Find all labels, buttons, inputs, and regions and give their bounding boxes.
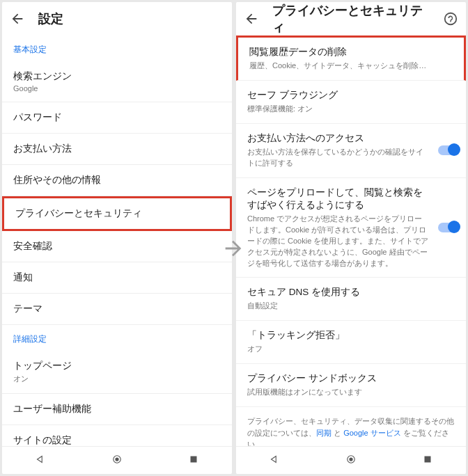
setting-addresses[interactable]: 住所やその他の情報 — [2, 165, 232, 196]
help-icon[interactable] — [442, 10, 459, 27]
preload-pages[interactable]: ページをプリロードして、閲覧と検索をすばやく行えるようにする Chrome でア… — [236, 178, 466, 278]
clear-browsing-data[interactable]: 閲覧履歴データの削除 履歴、Cookie、サイトデータ、キャッシュを削除… — [236, 35, 466, 81]
toggle-switch[interactable] — [438, 223, 459, 232]
back-icon[interactable] — [243, 10, 260, 27]
arrow-icon — [221, 237, 245, 263]
svg-rect-5 — [425, 456, 431, 462]
setting-safety-check[interactable]: 安全確認 — [2, 231, 232, 262]
system-nav — [236, 446, 466, 474]
secure-dns[interactable]: セキュア DNS を使用する 自動設定 — [236, 278, 466, 321]
setting-homepage[interactable]: トップページ オン — [2, 351, 232, 394]
safe-browsing[interactable]: セーフ ブラウジング 標準保護機能: オン — [236, 81, 466, 124]
privacy-screen: プライバシーとセキュリティ 閲覧履歴データの削除 履歴、Cookie、サイトデー… — [236, 2, 466, 474]
svg-point-1 — [115, 457, 118, 461]
settings-screen: 設定 基本設定 検索エンジン Google パスワード お支払い方法 住所やその… — [2, 2, 232, 474]
setting-passwords[interactable]: パスワード — [2, 102, 232, 134]
back-icon[interactable] — [9, 10, 26, 27]
privacy-sandbox[interactable]: プライバシー サンドボックス 試用版機能はオンになっています — [236, 364, 466, 407]
system-nav — [2, 446, 232, 474]
nav-home-icon[interactable] — [345, 453, 357, 468]
setting-privacy-security[interactable]: プライバシーとセキュリティ — [2, 196, 232, 231]
setting-accessibility[interactable]: ユーザー補助機能 — [2, 394, 232, 425]
nav-back-icon[interactable] — [268, 453, 281, 468]
section-advanced: 詳細設定 — [2, 325, 232, 351]
nav-back-icon[interactable] — [34, 453, 47, 468]
setting-notifications[interactable]: 通知 — [2, 262, 232, 294]
app-bar: プライバシーとセキュリティ — [236, 2, 466, 35]
do-not-track[interactable]: 「トラッキング拒否」 オフ — [236, 321, 466, 364]
payment-access[interactable]: お支払い方法へのアクセス お支払い方法を保存しているかどうかの確認をサイトに許可… — [236, 124, 466, 178]
page-title: 設定 — [38, 10, 225, 27]
svg-point-4 — [349, 457, 352, 461]
setting-theme[interactable]: テーマ — [2, 294, 232, 325]
svg-rect-2 — [191, 456, 197, 462]
privacy-footnote: プライバシー、セキュリティ、データ収集に関連するその他の設定については、同期 と… — [236, 407, 466, 446]
toggle-switch[interactable] — [438, 145, 459, 155]
google-services-link[interactable]: Google サービス — [343, 429, 401, 437]
app-bar: 設定 — [2, 2, 232, 35]
page-title: プライバシーとセキュリティ — [272, 2, 430, 35]
sync-link[interactable]: 同期 — [316, 429, 332, 437]
nav-home-icon[interactable] — [111, 453, 123, 468]
setting-site-settings[interactable]: サイトの設定 — [2, 425, 232, 446]
settings-list: 基本設定 検索エンジン Google パスワード お支払い方法 住所やその他の情… — [2, 35, 232, 446]
setting-search-engine[interactable]: 検索エンジン Google — [2, 61, 232, 102]
section-basic: 基本設定 — [2, 35, 232, 61]
nav-recent-icon[interactable] — [421, 453, 434, 468]
setting-payment[interactable]: お支払い方法 — [2, 134, 232, 165]
nav-recent-icon[interactable] — [187, 453, 200, 468]
privacy-list: 閲覧履歴データの削除 履歴、Cookie、サイトデータ、キャッシュを削除… セー… — [236, 35, 466, 446]
